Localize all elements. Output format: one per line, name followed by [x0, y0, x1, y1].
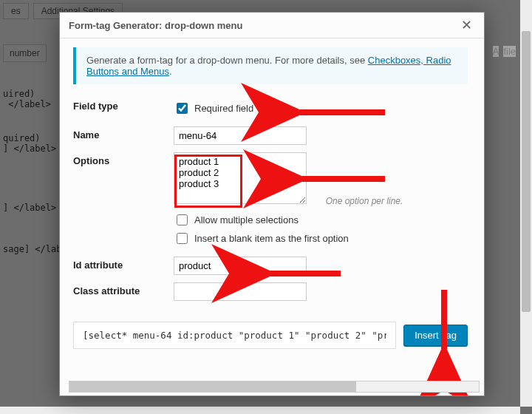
scroll-thumb[interactable]	[522, 31, 531, 312]
row-id-attr: Id attribute	[73, 257, 468, 275]
label-id-attr: Id attribute	[73, 257, 162, 271]
required-label: Required field	[194, 103, 253, 114]
row-name: Name	[73, 126, 468, 145]
row-field-type: Field type Required field	[73, 98, 468, 119]
required-checkbox[interactable]	[177, 103, 188, 114]
required-checkbox-wrap[interactable]: Required field	[174, 101, 468, 116]
a-button[interactable]: A	[493, 46, 499, 57]
blank-first-checkbox-wrap[interactable]: Insert a blank item as the first option	[174, 231, 468, 246]
file-button[interactable]: file	[503, 46, 516, 57]
allow-multiple-checkbox-wrap[interactable]: Allow multiple selections	[174, 212, 468, 228]
output-row: Insert Tag	[73, 322, 468, 349]
label-name: Name	[73, 126, 162, 140]
label-class-attr: Class attribute	[73, 282, 162, 296]
page-horizontal-scrollbar[interactable]	[0, 407, 520, 414]
id-attr-field[interactable]	[174, 257, 307, 275]
row-class-attr: Class attribute	[73, 282, 468, 301]
output-code-field[interactable]	[73, 322, 396, 349]
info-suffix: .	[169, 66, 172, 77]
scroll-thumb[interactable]	[69, 381, 356, 392]
dialog-title: Form-tag Generator: drop-down menu	[69, 20, 242, 31]
allow-multiple-checkbox[interactable]	[177, 214, 188, 225]
form-tag-generator-dialog: Form-tag Generator: drop-down menu ✕ Gen…	[59, 12, 485, 396]
blank-first-checkbox[interactable]	[177, 233, 188, 244]
allow-multiple-label: Allow multiple selections	[194, 214, 299, 225]
info-text: Generate a form-tag for a drop-down menu…	[86, 55, 368, 66]
insert-tag-button[interactable]: Insert Tag	[403, 325, 468, 346]
dialog-titlebar: Form-tag Generator: drop-down menu ✕	[60, 13, 484, 38]
label-field-type: Field type	[73, 98, 162, 112]
dialog-scroll-region: Generate a form-tag for a drop-down menu…	[60, 38, 484, 396]
page-vertical-scrollbar[interactable]	[520, 0, 532, 407]
dialog-content: Generate a form-tag for a drop-down menu…	[60, 38, 475, 396]
close-icon[interactable]: ✕	[458, 18, 475, 32]
options-hint: One option per line.	[326, 196, 403, 206]
options-textarea[interactable]	[174, 152, 307, 204]
row-options: Options One option per line. Allow multi…	[73, 152, 468, 249]
class-attr-field[interactable]	[174, 282, 307, 301]
label-options: Options	[73, 152, 162, 166]
info-notice: Generate a form-tag for a drop-down menu…	[73, 47, 468, 84]
blank-first-label: Insert a blank item as the first option	[194, 233, 349, 244]
dialog-horizontal-scrollbar[interactable]	[69, 381, 480, 393]
name-field[interactable]	[174, 126, 307, 145]
